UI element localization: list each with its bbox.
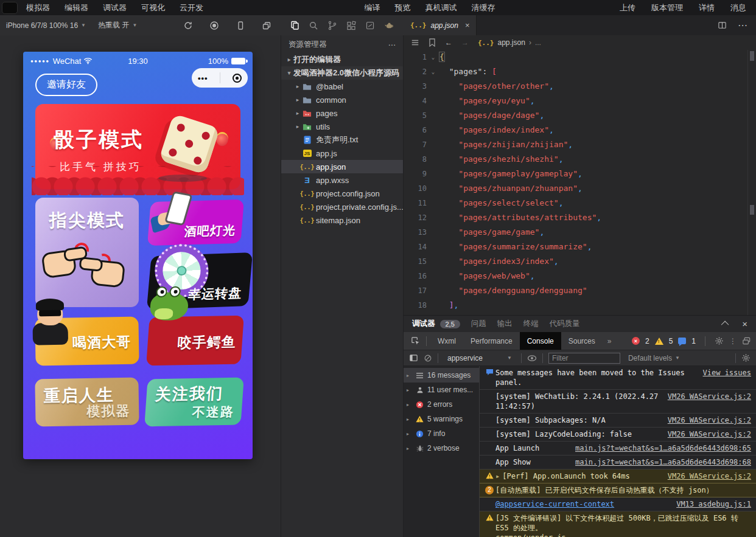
more-tabs-icon[interactable]: » <box>603 337 617 345</box>
dock-side-icon[interactable] <box>742 336 751 345</box>
console-filter-verbose[interactable]: ▸2 verbose <box>404 441 479 456</box>
file-row-sitemap.json[interactable]: {..}sitemap.json <box>281 213 403 227</box>
debugger-tab-代码质量[interactable]: 代码质量 <box>550 319 580 329</box>
menu-item-可视化[interactable]: 可视化 <box>141 2 165 13</box>
phone-view-icon[interactable] <box>236 21 245 30</box>
menu-item-模拟器[interactable]: 模拟器 <box>26 2 50 13</box>
teapot-icon[interactable] <box>384 21 394 30</box>
extensions-icon[interactable] <box>346 21 356 30</box>
menu-item-真机调试[interactable]: 真机调试 <box>425 2 457 13</box>
console-settings-icon[interactable] <box>741 353 751 362</box>
inspect-element-icon[interactable] <box>408 336 422 345</box>
file-row-common[interactable]: ▸common <box>281 93 403 106</box>
fold-chevron-icon[interactable]: ⌄ <box>427 50 439 64</box>
record-icon[interactable] <box>209 21 219 30</box>
file-row-project.private.config.js...[interactable]: {..}project.private.config.js... <box>281 200 403 213</box>
tab-app-json[interactable]: {..} app.json × <box>404 15 477 35</box>
invite-friends-button[interactable]: 邀请好友 <box>35 74 97 96</box>
source-link[interactable]: main.js?t=wechat&s=1…a6a5d6de6443d698:68 <box>575 458 751 466</box>
tab-debugger[interactable]: 调试器 <box>412 319 435 329</box>
menu-item-详情[interactable]: 详情 <box>699 2 715 13</box>
card-fingertip-mode[interactable]: 指尖模式 <box>35 198 139 307</box>
scrollbar-mark[interactable] <box>750 51 754 61</box>
context-link[interactable]: @appservice-current-context <box>495 500 614 508</box>
menu-item-版本管理[interactable]: 版本管理 <box>651 2 683 13</box>
menu-item-上传[interactable]: 上传 <box>620 2 635 13</box>
capsule-menu[interactable]: ••• <box>192 68 248 88</box>
console-filter-list[interactable]: ▸16 messages <box>404 368 479 383</box>
file-row-app.wxss[interactable]: Ǝapp.wxss <box>281 173 403 187</box>
outline-icon[interactable] <box>411 38 419 47</box>
file-row-----.txt[interactable]: 免责声明.txt <box>281 133 403 147</box>
source-link[interactable]: VM26 WAService.js:2 <box>668 430 751 438</box>
console-filter-user[interactable]: ▸11 user mes... <box>404 383 479 397</box>
expand-arrow-icon[interactable]: ▸ <box>495 472 500 480</box>
source-link[interactable]: VM26 WAService.js:2 <box>668 392 751 401</box>
close-panel-icon[interactable]: × <box>742 319 747 329</box>
sidebar-toggle-icon[interactable] <box>409 353 418 362</box>
devtools-menu-icon[interactable]: ⋮ <box>729 337 737 345</box>
breadcrumb-file[interactable]: app.json <box>498 38 525 47</box>
file-row-@babel[interactable]: ▸@babel <box>281 80 403 93</box>
view-issues-link[interactable]: View issues <box>703 369 751 377</box>
menu-item-消息[interactable]: 消息 <box>730 2 746 13</box>
warning-count-icon[interactable] <box>655 338 663 345</box>
git-branch-icon[interactable] <box>327 21 337 30</box>
devtools-tab-performance[interactable]: Performance <box>463 332 520 350</box>
collapse-panel-icon[interactable] <box>721 321 729 329</box>
file-row-app.json[interactable]: {..}app.json <box>281 160 403 173</box>
source-link[interactable]: main.js?t=wechat&s=1…a6a5d6de6443d698:65 <box>575 444 751 452</box>
clear-console-icon[interactable] <box>424 354 432 362</box>
scrollbar-mark[interactable] <box>750 205 754 215</box>
hot-reload-toggle[interactable]: 热重载 开 ▼ <box>92 15 143 35</box>
dice-mode-banner[interactable]: 骰子模式 比手气 拼技巧 <box>35 104 240 189</box>
file-row-pages[interactable]: ▸pages <box>281 106 403 120</box>
file-row-utils[interactable]: ▸utils <box>281 120 403 133</box>
refresh-icon[interactable] <box>183 21 193 30</box>
nav-back-icon[interactable]: ← <box>445 38 452 47</box>
file-row-project.config.json[interactable]: {..}project.config.json <box>281 187 403 200</box>
multi-window-icon[interactable] <box>262 21 271 30</box>
card-biting-crocodile[interactable]: 咬手鳄鱼 <box>146 316 244 366</box>
console-filter-error[interactable]: ▸2 errors <box>404 397 479 412</box>
code-editor[interactable]: 1⌄{2⌄ "pages": [3 "pages/other/other",4 … <box>404 50 756 315</box>
source-link[interactable]: VM26 WAService.js:2 <box>668 416 751 424</box>
source-link[interactable]: VM13 asdebug.js:1 <box>676 500 751 508</box>
bookmark-icon[interactable] <box>429 38 436 47</box>
live-expression-icon[interactable] <box>527 355 537 362</box>
card-follow-us[interactable]: 关注我们 不迷路 <box>144 378 244 427</box>
menu-item-编辑器[interactable]: 编辑器 <box>65 2 88 13</box>
devtools-settings-icon[interactable] <box>715 336 724 345</box>
explorer-more-icon[interactable]: ⋯ <box>388 40 396 49</box>
devtools-tab-sources[interactable]: Sources <box>561 332 603 350</box>
project-root-row[interactable]: ▾ 发喝酒神器2.0微信小程序源码 <box>281 66 403 80</box>
log-levels-selector[interactable]: Default levels ▼ <box>628 354 680 362</box>
breadcrumb-more[interactable]: ... <box>535 38 541 47</box>
filter-input[interactable] <box>548 353 620 364</box>
phone-simulator[interactable]: ●●●●● WeChat 19:30 100% 邀请好友 ••• <box>23 52 253 459</box>
device-selector[interactable]: iPhone 6/7/8 100% 16 ▼ <box>0 15 92 35</box>
nav-forward-icon[interactable]: → <box>461 38 469 47</box>
card-bar-light[interactable]: 酒吧灯光 <box>147 199 244 246</box>
devtools-tab-console[interactable]: Console <box>520 332 561 350</box>
context-selector[interactable]: appservice ▼ <box>444 354 516 362</box>
menu-item-编译[interactable]: 编译 <box>365 2 380 13</box>
more-dots-icon[interactable]: ••• <box>198 74 208 83</box>
error-count-icon[interactable]: × <box>632 337 640 345</box>
debugger-tab-问题[interactable]: 问题 <box>471 319 486 329</box>
card-restart-life[interactable]: 重启人生 模拟器 <box>35 378 139 427</box>
open-editors-row[interactable]: ▸ 打开的编辑器 <box>281 53 403 66</box>
menu-item-调试器[interactable]: 调试器 <box>103 2 127 13</box>
debugger-tab-输出[interactable]: 输出 <box>497 319 513 329</box>
file-row-app.js[interactable]: JSapp.js <box>281 147 403 160</box>
fold-chevron-icon[interactable]: ⌄ <box>427 64 439 79</box>
search-icon[interactable] <box>309 21 318 30</box>
menu-item-预览[interactable]: 预览 <box>395 2 411 13</box>
card-drinking-bro[interactable]: 喝酒大哥 <box>35 317 139 366</box>
split-editor-icon[interactable] <box>717 21 727 30</box>
close-target-icon[interactable] <box>233 74 242 83</box>
devtools-tab-wxml[interactable]: Wxml <box>430 332 463 350</box>
more-actions-icon[interactable]: ⋯ <box>738 19 747 31</box>
close-icon[interactable]: × <box>465 21 470 30</box>
console-filter-info[interactable]: ▸7 info <box>404 426 479 441</box>
